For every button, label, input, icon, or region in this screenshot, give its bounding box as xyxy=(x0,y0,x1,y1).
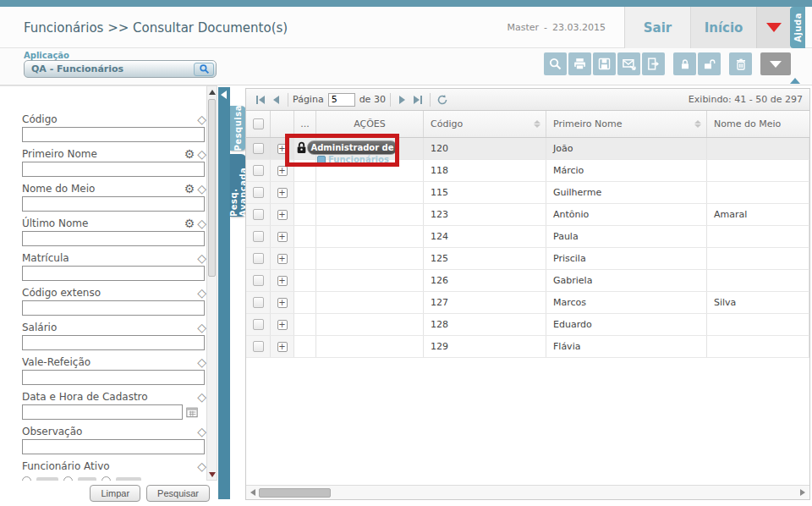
col-header-nome-do-meio[interactable]: Nome do Meio xyxy=(707,111,809,137)
refresh-button[interactable] xyxy=(435,92,450,107)
diamond-icon[interactable]: ◇ xyxy=(197,183,206,195)
sort-icon[interactable] xyxy=(694,120,701,128)
header-dropdown-button[interactable] xyxy=(756,7,790,48)
diamond-icon[interactable]: ◇ xyxy=(197,356,206,368)
data-cadastro-input[interactable] xyxy=(22,404,183,420)
radio-button[interactable] xyxy=(22,476,31,481)
logout-button[interactable]: Sair xyxy=(624,7,690,48)
tab-pesquisa[interactable]: Pesquisa xyxy=(230,106,246,151)
table-row[interactable]: 125 Priscila xyxy=(246,248,809,270)
row-expand-button[interactable] xyxy=(277,342,288,352)
tab-pesq-avancada[interactable]: Pesq. Avançada xyxy=(230,154,246,217)
diamond-icon[interactable]: ◇ xyxy=(197,322,206,333)
vale-refeicao-input[interactable] xyxy=(22,370,205,385)
row-checkbox[interactable] xyxy=(253,209,264,220)
row-dots-cell xyxy=(294,226,316,247)
more-actions-button[interactable] xyxy=(760,52,791,75)
sort-icon[interactable] xyxy=(534,120,540,128)
print-button[interactable] xyxy=(568,52,591,75)
scroll-right-button[interactable] xyxy=(796,486,809,499)
row-checkbox[interactable] xyxy=(253,165,264,176)
matricula-input[interactable] xyxy=(22,266,205,281)
row-checkbox[interactable] xyxy=(253,275,264,286)
primeiro-nome-input[interactable] xyxy=(22,162,205,177)
diamond-icon[interactable]: ◇ xyxy=(197,252,206,264)
first-page-button[interactable] xyxy=(253,92,268,107)
row-expand-button[interactable] xyxy=(277,320,288,330)
field-label: Vale-Refeição xyxy=(22,356,197,368)
row-expand-button[interactable] xyxy=(277,254,288,264)
table-row[interactable]: 124 Paula xyxy=(246,226,809,248)
diamond-icon[interactable]: ◇ xyxy=(197,148,206,160)
gear-icon[interactable]: ⚙ xyxy=(184,217,195,229)
row-checkbox[interactable] xyxy=(253,143,264,154)
diamond-icon[interactable]: ◇ xyxy=(197,426,206,437)
app-selector-combo[interactable]: QA - Funcionários xyxy=(24,60,217,78)
row-checkbox[interactable] xyxy=(253,297,264,308)
scroll-left-button[interactable] xyxy=(246,486,260,499)
diamond-icon[interactable]: ◇ xyxy=(197,391,206,403)
row-expand-button[interactable] xyxy=(277,232,288,242)
sidebar-scrollbar[interactable] xyxy=(206,85,217,481)
codigo-input[interactable] xyxy=(22,127,205,142)
calendar-icon[interactable] xyxy=(186,406,198,418)
ultimo-nome-input[interactable] xyxy=(22,231,205,246)
gear-icon[interactable]: ⚙ xyxy=(184,148,195,160)
search-button[interactable] xyxy=(544,52,567,75)
observacao-input[interactable] xyxy=(22,439,205,454)
codigo-extenso-input[interactable] xyxy=(22,300,205,316)
row-expand-button[interactable] xyxy=(277,188,288,198)
diamond-icon[interactable]: ◇ xyxy=(197,460,206,472)
limpar-button[interactable]: Limpar xyxy=(90,485,140,502)
top-accent-bar xyxy=(0,0,812,7)
prev-page-icon xyxy=(273,96,279,104)
salario-input[interactable] xyxy=(22,335,205,350)
table-row[interactable]: 129 Flávia xyxy=(246,336,809,358)
app-search-button[interactable] xyxy=(194,63,214,76)
save-button[interactable] xyxy=(593,52,616,75)
col-header-codigo[interactable]: Código xyxy=(424,111,546,137)
row-checkbox[interactable] xyxy=(253,319,264,330)
select-all-checkbox[interactable] xyxy=(253,118,264,129)
row-expand-button[interactable] xyxy=(277,298,288,308)
home-button[interactable]: Início xyxy=(690,7,756,48)
radio-button[interactable] xyxy=(63,476,73,481)
row-expand-button[interactable] xyxy=(277,276,288,286)
row-checkbox[interactable] xyxy=(253,231,264,242)
prev-page-button[interactable] xyxy=(268,92,283,107)
diamond-icon[interactable]: ◇ xyxy=(197,217,206,229)
pesquisar-button[interactable]: Pesquisar xyxy=(146,485,210,502)
row-expand-button[interactable] xyxy=(277,166,288,176)
table-row[interactable]: 126 Gabriela xyxy=(246,270,809,292)
lock-button[interactable] xyxy=(673,52,696,75)
collapse-panel-arrow-icon[interactable] xyxy=(221,91,227,99)
unlock-button[interactable] xyxy=(698,52,721,75)
table-row[interactable]: 123 Antônio Amaral xyxy=(246,204,809,226)
scrollbar-thumb[interactable] xyxy=(208,99,216,277)
next-page-button[interactable] xyxy=(395,92,410,107)
radio-button[interactable] xyxy=(102,476,111,481)
row-checkbox[interactable] xyxy=(253,253,264,264)
last-page-button[interactable] xyxy=(410,92,425,107)
export-button[interactable] xyxy=(642,52,665,75)
scroll-down-button[interactable] xyxy=(207,469,217,480)
row-checkbox[interactable] xyxy=(253,187,264,198)
scroll-up-button[interactable] xyxy=(207,86,217,97)
horizontal-scrollbar[interactable] xyxy=(246,485,809,499)
delete-button[interactable] xyxy=(729,52,752,75)
table-row[interactable]: 115 Guilherme xyxy=(246,182,809,204)
row-expand-button[interactable] xyxy=(277,210,288,220)
scrollbar-thumb[interactable] xyxy=(259,488,331,498)
diamond-icon[interactable]: ◇ xyxy=(197,113,206,125)
nome-do-meio-input[interactable] xyxy=(22,196,205,212)
diamond-icon[interactable]: ◇ xyxy=(197,287,206,299)
gear-icon[interactable]: ⚙ xyxy=(184,183,195,195)
tab-ajuda[interactable]: Ajuda xyxy=(790,7,805,48)
email-button[interactable] xyxy=(617,52,640,75)
col-header-primeiro-nome[interactable]: Primeiro Nome xyxy=(546,111,707,137)
row-checkbox[interactable] xyxy=(253,341,264,352)
collapse-toolbar-icon[interactable] xyxy=(790,78,800,84)
table-row[interactable]: 128 Eduardo xyxy=(246,314,809,336)
page-input[interactable] xyxy=(328,93,355,107)
table-row[interactable]: 127 Marcos Silva xyxy=(246,292,809,314)
